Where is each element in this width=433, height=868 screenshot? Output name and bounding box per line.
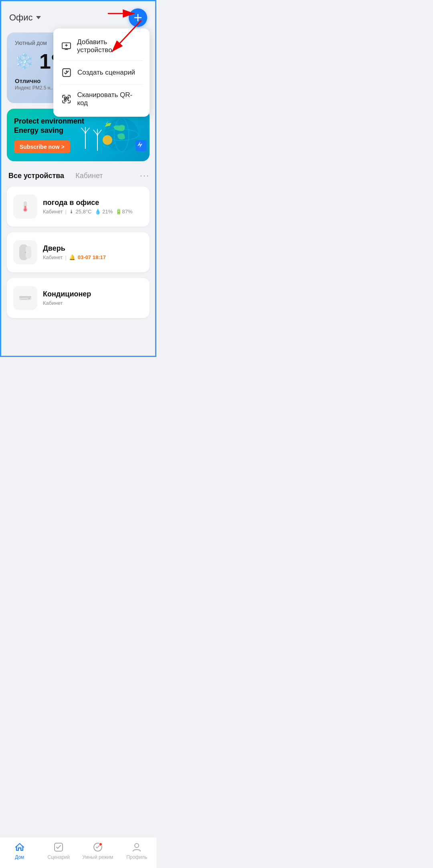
dropdown-menu: Добавить устройство Создать сценарий Ска… bbox=[53, 28, 150, 117]
create-scenario-label: Создать сценарий bbox=[77, 69, 135, 77]
door-sensor-icon: › bbox=[19, 243, 31, 262]
svg-point-31 bbox=[28, 298, 30, 299]
door-device-meta: Кабинет | 🔔 03-07 18:17 bbox=[43, 254, 143, 260]
scan-qr-label: Сканировать QR-код bbox=[77, 91, 142, 107]
device-card-door[interactable]: › Дверь Кабинет | 🔔 03-07 18:17 bbox=[7, 232, 150, 272]
globe-svg bbox=[77, 113, 150, 157]
svg-rect-4 bbox=[64, 99, 66, 101]
ac-device-name: Кондиционер bbox=[43, 290, 143, 298]
weather-device-info: погода в офисе Кабинет | 🌡 25,8°C 💧 21% … bbox=[43, 199, 143, 215]
door-alert-date: 03-07 18:17 bbox=[78, 254, 106, 260]
door-device-icon-wrap: › bbox=[13, 240, 37, 264]
door-alert-icon: 🔔 bbox=[69, 254, 75, 260]
device-card-weather[interactable]: погода в офисе Кабинет | 🌡 25,8°C 💧 21% … bbox=[7, 187, 150, 227]
svg-line-19 bbox=[97, 130, 101, 135]
device-card-ac[interactable]: Кондиционер Кабинет bbox=[7, 278, 150, 318]
door-device-info: Дверь Кабинет | 🔔 03-07 18:17 bbox=[43, 244, 143, 260]
svg-rect-23 bbox=[136, 140, 147, 151]
dropdown-scan-qr[interactable]: Сканировать QR-код bbox=[53, 85, 150, 114]
tab-cabinet[interactable]: Кабинет bbox=[74, 169, 104, 183]
air-quality-stat: Отлично Индекс PM2.5 н... bbox=[15, 77, 54, 91]
weather-readings: 🌡 25,8°C 💧 21% 🔋87% bbox=[69, 209, 133, 215]
weather-device-meta: Кабинет | 🌡 25,8°C 💧 21% 🔋87% bbox=[43, 209, 143, 215]
more-options-button[interactable]: ··· bbox=[140, 170, 150, 181]
weather-device-icon-wrap bbox=[13, 195, 37, 219]
quality-label: Индекс PM2.5 н... bbox=[15, 85, 54, 91]
door-location: Кабинет bbox=[43, 254, 63, 260]
checklist-plus-icon bbox=[61, 67, 72, 78]
ac-device-meta: Кабинет bbox=[43, 300, 143, 306]
monitor-plus-icon bbox=[61, 41, 71, 51]
ac-icon bbox=[19, 292, 32, 304]
svg-point-22 bbox=[103, 135, 112, 145]
weather-device-name: погода в офисе bbox=[43, 199, 143, 207]
snowflake-icon: ❄️ bbox=[15, 53, 34, 70]
svg-rect-2 bbox=[64, 97, 66, 99]
device-tabs: Все устройства Кабинет ··· bbox=[1, 168, 155, 187]
plus-icon bbox=[133, 13, 143, 22]
dropdown-add-device[interactable]: Добавить устройство bbox=[53, 32, 150, 61]
subscribe-button[interactable]: Subscribe now > bbox=[14, 140, 70, 153]
header: Офис bbox=[1, 1, 155, 32]
banner-text: Protect environment Energy saving Subscr… bbox=[14, 117, 84, 153]
ac-location: Кабинет bbox=[43, 300, 63, 306]
add-button[interactable] bbox=[129, 8, 147, 27]
tab-all-devices[interactable]: Все устройства bbox=[7, 169, 66, 183]
svg-point-28 bbox=[24, 208, 27, 211]
qr-scan-icon bbox=[61, 94, 71, 104]
home-name: Офис bbox=[9, 12, 33, 23]
banner-title: Protect environment Energy saving bbox=[14, 117, 84, 136]
quality-value: Отлично bbox=[15, 77, 54, 84]
svg-line-14 bbox=[85, 128, 89, 133]
weather-location: Кабинет bbox=[43, 209, 63, 215]
ac-device-icon-wrap bbox=[13, 286, 37, 310]
svg-rect-3 bbox=[67, 97, 69, 99]
svg-line-13 bbox=[81, 128, 85, 133]
svg-rect-30 bbox=[19, 296, 31, 298]
thermometer-icon bbox=[19, 200, 32, 213]
chevron-down-icon bbox=[36, 16, 41, 19]
dropdown-create-scenario[interactable]: Создать сценарий bbox=[53, 61, 150, 84]
door-device-name: Дверь bbox=[43, 244, 143, 253]
ac-device-info: Кондиционер Кабинет bbox=[43, 290, 143, 306]
svg-line-18 bbox=[93, 130, 97, 135]
add-device-label: Добавить устройство bbox=[77, 38, 142, 54]
home-selector[interactable]: Офис bbox=[9, 12, 41, 23]
svg-rect-32 bbox=[20, 299, 27, 300]
